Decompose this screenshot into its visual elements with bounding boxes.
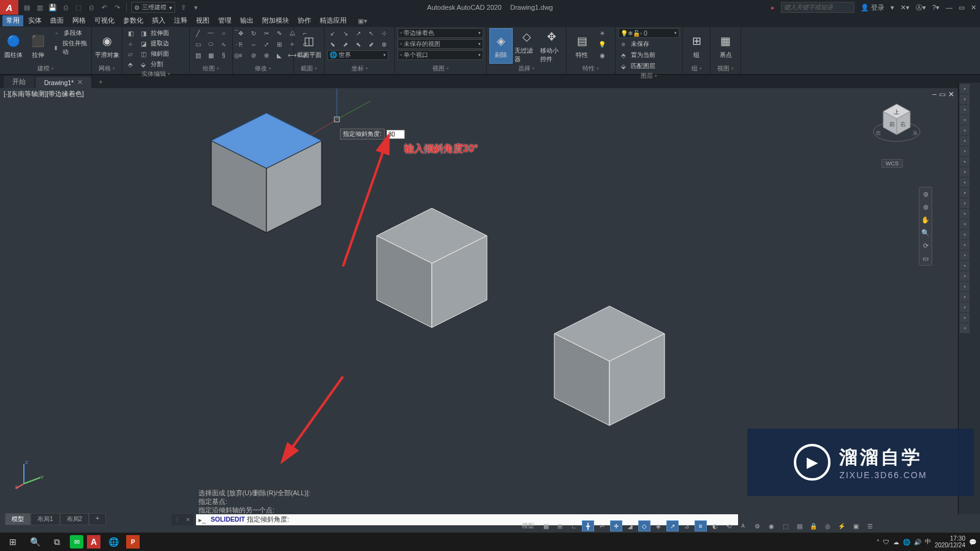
sb-qp-icon[interactable]: ▤ [793,520,805,531]
sb-iso-icon[interactable]: ◢ [624,520,636,531]
tab-addins[interactable]: 附加模块 [258,15,293,26]
tray-chevron-icon[interactable]: ˄ [876,539,880,545]
vp-min-icon[interactable]: – [932,90,937,99]
sb-workspace-icon[interactable]: ⚙ [751,520,763,531]
sb-units-icon[interactable]: ⬚ [779,520,791,531]
qat-share-icon[interactable]: ⇪ [178,2,188,12]
light-icon[interactable]: 💡 [597,39,608,49]
cylinder-button[interactable]: 🔵圆柱体 [2,28,25,64]
spline-icon[interactable]: ∿ [218,39,229,49]
copy-icon[interactable]: ⎘ [235,39,246,49]
sb-osnap-icon[interactable]: ◇ [638,520,650,531]
showmotion-icon[interactable]: ▭ [921,253,930,263]
section-plane-button[interactable]: ◫截面平面 [296,28,322,64]
qat-plot-icon[interactable]: ⎙ [86,2,96,12]
solid-cube-1[interactable] [205,107,328,236]
tab-insert[interactable]: 插入 [148,15,169,26]
search-button[interactable]: 🔍 [26,534,44,550]
cmdline-handle[interactable]: ⋮✕ [172,514,194,525]
align-icon[interactable]: ≡ [235,50,246,60]
vp-max-icon[interactable]: ▭ [939,90,946,99]
material-icon[interactable]: ◉ [597,50,608,60]
orbit-icon[interactable]: ⟳ [921,241,930,250]
tab-mesh[interactable]: 网格 [69,15,89,26]
add-tab-button[interactable]: ＋ [92,75,109,88]
exchange-icon[interactable]: ✕▾ [900,4,910,12]
trim-icon[interactable]: ✂ [261,28,272,38]
move-icon[interactable]: ✥ [235,28,246,38]
saved-view-combo[interactable]: ▫ 未保存的视图 [398,39,483,49]
sb-transparency-icon[interactable]: ◐ [709,520,721,531]
notification-icon[interactable]: 💬 [969,539,976,545]
viewport-combo[interactable]: ▫ 单个视口 [398,50,483,60]
tab-layout1[interactable]: 布局1 [31,513,60,525]
sb-grid-icon[interactable]: ▦ [540,520,552,531]
steering-wheel-icon[interactable]: ⊛ [921,202,930,212]
tab-parametric[interactable]: 参数化 [119,15,147,26]
view-cube[interactable]: 前 右 上 西 东 [872,98,921,147]
sb-3dosnap-icon[interactable]: ◈ [652,520,665,531]
helix-icon[interactable]: § [218,50,229,60]
qat-undo-icon[interactable]: ↶ [99,2,109,12]
circle-icon[interactable]: ○ [218,28,229,38]
clock[interactable]: 17:302020/12/24 [935,535,965,549]
taskview-button[interactable]: ⧉ [48,534,66,550]
layer-combo[interactable]: 💡❄🔓▫ 0 [618,28,679,38]
sb-lineweight-icon[interactable]: ≡ [695,520,707,531]
gizmo-button[interactable]: ✥移动小控件 [540,28,564,64]
sb-polar-icon[interactable]: ✛ [610,520,622,531]
extract-edge-button[interactable]: ⟐◪提取边 [125,39,169,48]
vp-close-icon[interactable]: ✕ [948,90,954,99]
tray-shield-icon[interactable]: 🛡 [883,539,889,545]
tab-solid[interactable]: 实体 [24,15,45,26]
break-icon[interactable]: ⊘ [248,50,259,60]
qat-open-icon[interactable]: ▥ [35,2,45,12]
tab-model[interactable]: 模型 [5,513,31,525]
sb-ortho-icon[interactable]: ⊢ [596,520,608,531]
sb-custom-icon[interactable]: ☰ [864,520,876,531]
pline-icon[interactable]: 〰 [205,28,216,38]
culling-button[interactable]: ◈剔除 [489,28,513,64]
tab-start[interactable]: 开始 [4,76,34,88]
stretch-icon[interactable]: ↔ [248,39,259,49]
restore-button[interactable]: ▭ [959,4,965,12]
extrude-face-button[interactable]: ◧◨拉伸面 [125,28,169,38]
sb-hw-icon[interactable]: ⚡ [835,520,848,531]
help-search-input[interactable]: 键入关键字或短语 [781,2,854,13]
full-nav-icon[interactable]: ⊚ [921,189,930,199]
rotate-icon[interactable]: ↻ [248,28,259,38]
close-button[interactable]: ✕ [971,4,976,12]
ellipse-icon[interactable]: ⬭ [205,39,216,49]
dyn-value-input[interactable] [386,130,405,139]
qat-save-icon[interactable]: 💾 [48,2,58,12]
wechat-taskbar-icon[interactable]: ✉ [70,535,83,549]
system-tray[interactable]: ˄ 🛡 ☁ 🌐 🔊 中 17:302020/12/24 💬 [876,535,976,549]
array-icon[interactable]: ⊞ [274,39,285,49]
tab-surface[interactable]: 曲面 [47,15,67,26]
zoom-icon[interactable]: 🔍 [921,228,930,238]
tab-featured[interactable]: 精选应用 [316,15,350,26]
tab-manage[interactable]: 管理 [214,15,235,26]
scale-icon[interactable]: ⤢ [261,39,272,49]
sb-annoscale-icon[interactable]: Ａ [737,520,749,531]
tray-ime-icon[interactable]: 中 [925,538,931,546]
sb-annomonitor-icon[interactable]: ◉ [765,520,777,531]
app-store-icon[interactable]: Ⓐ▾ [916,3,926,12]
tab-collab[interactable]: 协作 [294,15,315,26]
tab-drawing1[interactable]: Drawing1*✕ [36,77,91,88]
rect-icon[interactable]: ▭ [192,39,203,49]
tray-network-icon[interactable]: 🌐 [903,539,910,545]
tab-annotate[interactable]: 注释 [170,15,191,26]
qat-saveas-icon[interactable]: ⎙ [61,2,70,12]
group-button[interactable]: ⊞组 [685,28,707,64]
visual-style-combo[interactable]: ▫ 带边缘着色 [398,28,483,38]
viewport-label[interactable]: [-][东南等轴测][带边缘着色] [4,90,84,99]
tab-home[interactable]: 常用 [2,15,23,26]
powerpoint-taskbar-icon[interactable]: P [126,535,140,549]
close-icon[interactable]: ✕ [77,78,83,86]
extrude-button[interactable]: ⬛拉伸 [27,28,50,64]
solid-cube-2[interactable] [371,202,493,331]
sb-lock-icon[interactable]: 🔒 [807,520,820,531]
hatch-icon[interactable]: ▨ [192,50,203,60]
sb-dyn-icon[interactable]: ╋ [582,520,594,531]
